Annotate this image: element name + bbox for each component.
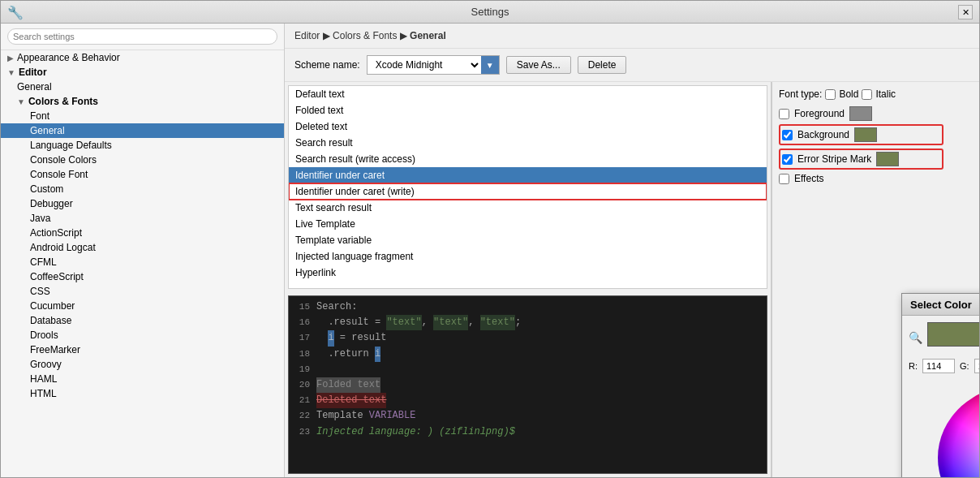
scheme-dropdown[interactable]: Xcode Midnight Default Darcula ▼ bbox=[367, 55, 500, 75]
sidebar-item-label: HTML bbox=[30, 388, 57, 399]
g-input[interactable] bbox=[974, 359, 979, 373]
sidebar-item-haml[interactable]: HAML bbox=[1, 372, 284, 386]
sidebar-item-html[interactable]: HTML bbox=[1, 386, 284, 401]
error-stripe-checkbox[interactable] bbox=[782, 154, 793, 165]
sidebar-item-cfml[interactable]: CFML bbox=[1, 255, 284, 269]
preview-area: 15 Search: 16 .result = "text", "text", … bbox=[288, 295, 767, 474]
type-identifier-caret-write[interactable]: Identifier under caret (write) bbox=[289, 183, 767, 200]
sidebar-item-label: Font bbox=[30, 110, 49, 122]
foreground-row: Foreground bbox=[779, 106, 943, 121]
sidebar-item-label: Language Defaults bbox=[30, 140, 112, 151]
type-template-variable[interactable]: Template variable bbox=[289, 232, 767, 248]
scheme-select[interactable]: Xcode Midnight Default Darcula bbox=[368, 56, 481, 74]
sidebar-item-label: Custom bbox=[30, 183, 63, 195]
sidebar-item-label: CoffeeScript bbox=[30, 271, 84, 282]
sidebar-item-appearance[interactable]: ▶ Appearance & Behavior bbox=[1, 50, 284, 65]
types-list: Default text Folded text Deleted text Se… bbox=[288, 85, 767, 289]
content-area: ▶ Appearance & Behavior ▼ Editor General… bbox=[1, 24, 979, 477]
sidebar-item-groovy[interactable]: Groovy bbox=[1, 357, 284, 372]
sidebar-item-language-defaults[interactable]: Language Defaults bbox=[1, 138, 284, 153]
sidebar-item-label: Drools bbox=[30, 329, 58, 341]
foreground-checkbox[interactable] bbox=[779, 109, 789, 119]
color-wheel-svg[interactable] bbox=[934, 381, 979, 477]
search-input[interactable] bbox=[7, 28, 277, 45]
bold-checkbox[interactable] bbox=[825, 89, 836, 100]
type-search-result-write[interactable]: Search result (write access) bbox=[289, 151, 767, 167]
sidebar-item-general-selected[interactable]: General bbox=[1, 123, 284, 138]
type-deleted-text[interactable]: Deleted text bbox=[289, 118, 767, 135]
preview-line-19: 19 bbox=[292, 362, 763, 377]
window-title: Settings bbox=[471, 6, 509, 18]
breadcrumb-colors-fonts: Colors & Fonts bbox=[333, 30, 397, 41]
type-search-result[interactable]: Search result bbox=[289, 135, 767, 151]
sidebar-item-console-colors[interactable]: Console Colors bbox=[1, 153, 284, 167]
expand-arrow: ▼ bbox=[17, 97, 25, 106]
type-folded-text[interactable]: Folded text bbox=[289, 102, 767, 118]
sidebar-item-drools[interactable]: Drools bbox=[1, 328, 284, 342]
type-live-template[interactable]: Live Template bbox=[289, 216, 767, 232]
sidebar-item-actionscript[interactable]: ActionScript bbox=[1, 226, 284, 240]
type-default-text[interactable]: Default text bbox=[289, 86, 767, 102]
preview-line-23: 23 Injected language: ) (ziflinlpng)$ bbox=[292, 424, 763, 440]
sidebar-item-custom[interactable]: Custom bbox=[1, 182, 284, 196]
type-injected-language[interactable]: Injected language fragment bbox=[289, 248, 767, 265]
italic-label: Italic bbox=[875, 88, 896, 100]
bold-label: Bold bbox=[839, 88, 858, 100]
font-type-row: Font type: Bold Italic bbox=[779, 88, 943, 100]
sidebar-item-label: Android Logcat bbox=[30, 242, 96, 253]
close-button[interactable]: ✕ bbox=[958, 5, 973, 19]
sidebar-item-java[interactable]: Java bbox=[1, 211, 284, 226]
effects-row: Effects bbox=[779, 173, 943, 184]
effects-label: Effects bbox=[794, 173, 823, 184]
sidebar-item-freemarker[interactable]: FreeMarker bbox=[1, 342, 284, 357]
sidebar-item-database[interactable]: Database bbox=[1, 313, 284, 328]
breadcrumb: Editor ▶ Colors & Fonts ▶ General bbox=[285, 24, 979, 49]
sidebar-item-label: Appearance & Behavior bbox=[17, 52, 120, 63]
sidebar-item-coffeescript[interactable]: CoffeeScript bbox=[1, 269, 284, 284]
dropdown-arrow-icon: ▼ bbox=[481, 56, 499, 74]
sidebar-item-label: Colors & Fonts bbox=[28, 96, 98, 107]
background-checkbox[interactable] bbox=[782, 130, 793, 140]
sidebar-item-label: Database bbox=[30, 315, 71, 326]
sidebar-item-general[interactable]: General bbox=[1, 80, 284, 94]
sidebar: ▶ Appearance & Behavior ▼ Editor General… bbox=[1, 24, 285, 477]
type-hyperlink[interactable]: Hyperlink bbox=[289, 265, 767, 281]
scheme-bar: Scheme name: Xcode Midnight Default Darc… bbox=[285, 49, 979, 82]
italic-checkbox[interactable] bbox=[862, 89, 872, 100]
title-bar: 🔧 Settings ✕ bbox=[1, 1, 979, 24]
sidebar-item-debugger[interactable]: Debugger bbox=[1, 196, 284, 211]
r-input[interactable] bbox=[922, 359, 955, 373]
breadcrumb-current: General bbox=[410, 30, 446, 41]
sidebar-item-css[interactable]: CSS bbox=[1, 284, 284, 299]
breadcrumb-sep1: ▶ bbox=[323, 30, 333, 41]
type-text-search[interactable]: Text search result bbox=[289, 200, 767, 216]
delete-button[interactable]: Delete bbox=[578, 56, 627, 74]
error-stripe-row: Error Stripe Mark bbox=[779, 149, 943, 170]
save-as-button[interactable]: Save As... bbox=[506, 56, 571, 74]
eyedropper-icon[interactable]: 🔍 bbox=[909, 331, 922, 344]
sidebar-item-colors-fonts[interactable]: ▼ Colors & Fonts bbox=[1, 94, 284, 109]
background-swatch[interactable] bbox=[854, 127, 877, 142]
sidebar-item-label: General bbox=[30, 125, 65, 136]
sidebar-item-label: Console Font bbox=[30, 169, 88, 180]
preview-line-20: 20 Folded text bbox=[292, 377, 763, 393]
background-row: Background bbox=[779, 124, 943, 145]
sidebar-item-label: Cucumber bbox=[30, 300, 75, 312]
sidebar-item-android-logcat[interactable]: Android Logcat bbox=[1, 240, 284, 255]
sidebar-item-cucumber[interactable]: Cucumber bbox=[1, 299, 284, 313]
dialog-title-text: Select Color bbox=[910, 299, 972, 311]
sidebar-item-font[interactable]: Font bbox=[1, 109, 284, 123]
effects-checkbox[interactable] bbox=[779, 174, 789, 184]
error-stripe-label: Error Stripe Mark bbox=[797, 153, 871, 165]
sidebar-item-label: Editor bbox=[19, 67, 47, 78]
sidebar-item-label: General bbox=[17, 81, 52, 93]
sidebar-item-console-font[interactable]: Console Font bbox=[1, 167, 284, 182]
error-stripe-swatch[interactable] bbox=[876, 152, 899, 166]
type-identifier-caret[interactable]: Identifier under caret bbox=[289, 167, 767, 183]
sidebar-item-editor[interactable]: ▼ Editor bbox=[1, 65, 284, 80]
foreground-swatch[interactable] bbox=[849, 106, 872, 121]
sidebar-item-label: ActionScript bbox=[30, 227, 82, 239]
search-container bbox=[1, 24, 284, 50]
dialog-body: 🔍 R: G: B: RGB bbox=[902, 316, 979, 477]
dialog-title-bar: Select Color ✕ bbox=[902, 294, 979, 316]
